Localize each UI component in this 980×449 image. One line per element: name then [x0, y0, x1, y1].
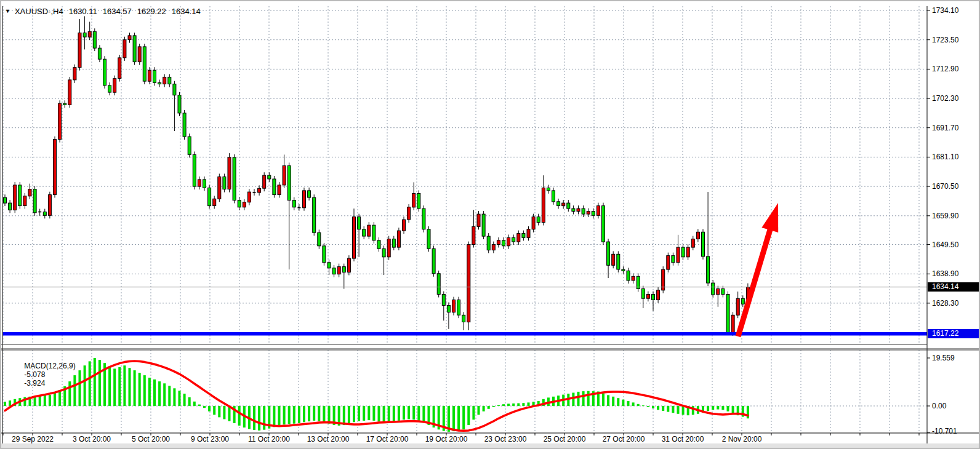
macd-histogram-bar [512, 403, 515, 406]
candle-body [367, 225, 371, 236]
candle-body [148, 70, 151, 81]
candle-body [208, 188, 211, 205]
candle-body [497, 240, 500, 245]
price-axis-label: 1670.50 [932, 182, 958, 191]
macd-histogram-bar [472, 406, 475, 419]
candle-body [353, 217, 356, 259]
candle-body [562, 203, 565, 206]
candle-body [726, 295, 729, 333]
macd-histogram-bar [158, 381, 161, 406]
candle-body [178, 95, 181, 113]
candle-body [332, 268, 335, 274]
macd-histogram-bar [507, 403, 510, 406]
arrow-head-icon[interactable] [761, 203, 778, 232]
macd-histogram-bar [652, 406, 654, 408]
macd-histogram-bar [313, 406, 315, 421]
macd-histogram-bar [179, 391, 181, 406]
price-axis-label: 1659.90 [932, 212, 958, 220]
macd-histogram-bar [353, 406, 355, 422]
macd-axis-label: 19.559 [932, 354, 955, 362]
candle-body [73, 68, 76, 80]
macd-histogram-bar [308, 406, 310, 421]
candle-body [462, 315, 465, 322]
candle-body [323, 246, 326, 263]
candle-body [677, 247, 680, 263]
macd-histogram-bar [238, 406, 241, 426]
candle-body [646, 295, 649, 299]
candle-body [263, 175, 266, 188]
macd-histogram-bar [118, 367, 121, 406]
candle-body [14, 185, 17, 210]
macd-histogram-bar [622, 400, 624, 406]
macd-histogram-bar [452, 406, 455, 431]
macd-histogram-bar [198, 405, 201, 406]
arrow-shaft[interactable] [738, 226, 771, 336]
candle-body [287, 165, 291, 200]
candle-body [193, 154, 196, 186]
macd-histogram-bar [49, 395, 51, 406]
symbol-period-label: XAUUSD-,H4 [15, 7, 63, 16]
macd-histogram-bar [318, 406, 320, 421]
candle-body [517, 234, 520, 242]
macd-histogram-bar [363, 406, 365, 421]
candle-body [387, 239, 390, 257]
candle-body [78, 33, 81, 67]
macd-histogram-bar [627, 401, 630, 406]
candle-body [123, 40, 126, 58]
price-axis-label: 1734.10 [932, 6, 958, 15]
macd-histogram-bar [367, 406, 370, 420]
macd-histogram-bar [98, 360, 101, 406]
time-axis-label: 11 Oct 20:00 [239, 435, 299, 443]
candle-body [342, 267, 345, 272]
macd-histogram-bar [602, 393, 604, 406]
current-price-badge: 1634.14 [928, 282, 980, 292]
time-axis-label: 29 Sep 2022 [3, 435, 62, 443]
macd-histogram-bar [288, 406, 291, 424]
candle-body [477, 214, 480, 226]
candle-body [268, 175, 271, 179]
candle-body [58, 103, 62, 140]
candle-body [736, 298, 739, 315]
candle-body [247, 192, 251, 202]
time-axis-label: 31 Oct 20:00 [653, 435, 712, 443]
candle-body [283, 165, 286, 185]
price-axis-label: 1691.70 [932, 124, 958, 132]
macd-histogram-bar [612, 397, 614, 406]
macd-histogram-bar [79, 370, 81, 406]
macd-histogram-bar [417, 406, 420, 421]
macd-histogram-bar [129, 368, 131, 406]
candle-body [652, 295, 655, 300]
candle-body [337, 267, 340, 274]
chart-canvas[interactable] [1, 1, 980, 449]
candle-body [522, 234, 525, 238]
candle-body [43, 212, 46, 216]
macd-histogram-bar [528, 402, 530, 406]
candle-body [133, 36, 136, 62]
macd-histogram-bar [143, 375, 146, 406]
macd-histogram-bar [393, 406, 395, 422]
time-axis-label: 9 Oct 23:00 [180, 435, 239, 443]
price-axis-label: 1712.90 [932, 65, 958, 73]
macd-histogram-bar [572, 393, 574, 407]
candle-body [377, 240, 380, 249]
candle-body [607, 242, 610, 265]
macd-histogram-bar [113, 368, 116, 406]
macd-histogram-bar [44, 395, 46, 406]
macd-histogram-bar [408, 406, 410, 419]
macd-histogram-bar [467, 406, 470, 425]
candle-body [572, 209, 575, 212]
candle-body [657, 290, 660, 300]
macd-histogram-bar [632, 402, 635, 406]
candle-body [278, 185, 281, 195]
macd-histogram-bar [263, 406, 265, 430]
macd-histogram-bar [721, 406, 724, 410]
macd-histogram-bar [398, 406, 400, 421]
symbol-dropdown-icon[interactable]: ▼ [5, 8, 10, 14]
macd-histogram-bar [163, 383, 166, 406]
macd-histogram-bar [134, 370, 136, 406]
candle-body [427, 229, 430, 249]
candle-body [721, 289, 725, 295]
candle-body [363, 229, 366, 236]
macd-histogram-bar [677, 406, 680, 414]
candle-body [347, 258, 350, 272]
